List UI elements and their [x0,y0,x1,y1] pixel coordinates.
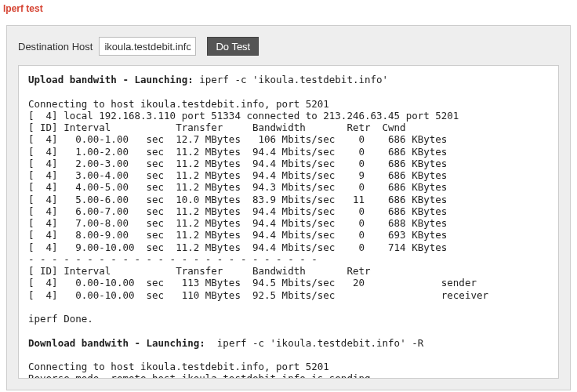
page-title: Iperf test [0,0,577,17]
destination-host-label: Destination Host [18,41,93,53]
iperf-panel: Destination Host Do Test Upload bandwith… [6,25,571,390]
iperf-output[interactable]: Upload bandwith - Launching: iperf -c 'i… [18,65,559,379]
do-test-button[interactable]: Do Test [207,37,259,56]
destination-host-input[interactable] [99,37,196,56]
form-row: Destination Host Do Test [18,37,559,56]
